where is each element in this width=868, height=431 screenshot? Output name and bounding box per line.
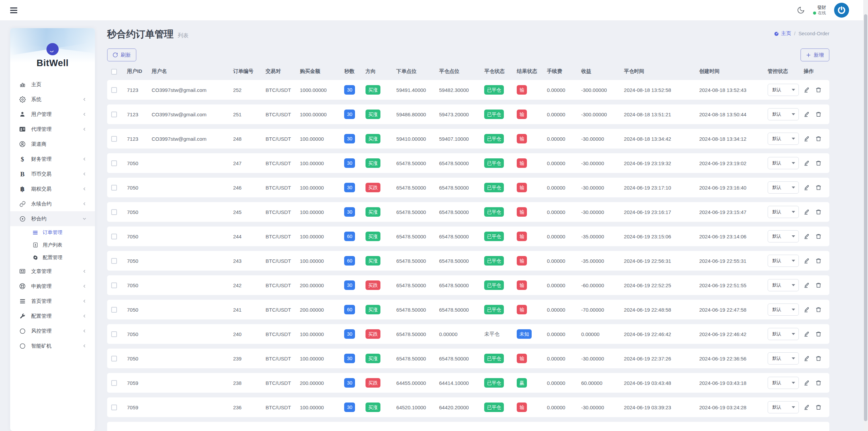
edit-button[interactable]: [804, 307, 810, 313]
menu-toggle-icon[interactable]: [10, 7, 17, 13]
sidebar-item[interactable]: 代理管理: [10, 122, 95, 137]
trash-icon: [815, 233, 822, 239]
sidebar-item[interactable]: 首页管理: [10, 294, 95, 309]
delete-button[interactable]: [815, 404, 822, 410]
delete-button[interactable]: [815, 331, 822, 337]
sidebar-item[interactable]: 风控管理: [10, 324, 95, 338]
username-cell: [148, 275, 230, 295]
sidebar-item[interactable]: 智能矿机: [10, 338, 95, 353]
sidebar-subitem[interactable]: 订单管理: [10, 226, 95, 239]
edit-button[interactable]: [804, 355, 810, 362]
control-status-select[interactable]: 默认: [768, 401, 799, 413]
control-status-select[interactable]: 默认: [768, 108, 799, 120]
row-checkbox[interactable]: [111, 282, 117, 288]
edit-button[interactable]: [804, 258, 810, 264]
row-checkbox[interactable]: [111, 160, 117, 166]
page-title: 秒合约订单管理列表: [107, 28, 189, 42]
dark-mode-toggle[interactable]: [797, 6, 805, 14]
edit-button[interactable]: [804, 87, 810, 93]
close-status-badge: 已平仓: [484, 403, 504, 412]
delete-button[interactable]: [815, 136, 822, 142]
trash-icon: [815, 111, 822, 117]
control-status-select[interactable]: 默认: [768, 133, 799, 145]
edit-button[interactable]: [804, 111, 810, 118]
control-status-value: 默认: [772, 111, 781, 117]
edit-button[interactable]: [804, 136, 810, 142]
control-status-select[interactable]: 默认: [768, 181, 799, 194]
add-button[interactable]: 新增: [801, 48, 829, 61]
sidebar-item[interactable]: 渠道商: [10, 137, 95, 152]
row-checkbox[interactable]: [111, 380, 117, 386]
delete-button[interactable]: [815, 111, 822, 117]
row-checkbox[interactable]: [111, 307, 117, 313]
close-time-cell: 2024-06-19 23:15:06: [620, 227, 696, 246]
scrollbar-thumb[interactable]: [864, 14, 867, 421]
amount-cell: 200.00000: [296, 275, 341, 295]
delete-button[interactable]: [815, 160, 822, 166]
edit-button[interactable]: [804, 184, 810, 191]
delete-button[interactable]: [815, 233, 822, 239]
edit-button[interactable]: [804, 209, 810, 215]
delete-button[interactable]: [815, 87, 822, 93]
edit-button[interactable]: [804, 331, 810, 337]
control-status-value: 默认: [772, 233, 781, 239]
delete-button[interactable]: [815, 307, 822, 313]
refresh-button[interactable]: 刷新: [107, 48, 136, 61]
row-checkbox[interactable]: [111, 331, 117, 337]
close-status-badge: 已平仓: [484, 232, 504, 241]
sidebar-item[interactable]: 配置管理: [10, 309, 95, 324]
open-point-cell: 59486.80000: [393, 104, 436, 124]
control-status-select[interactable]: 默认: [768, 328, 799, 340]
control-status-select[interactable]: 默认: [768, 206, 799, 218]
username-cell: [148, 227, 230, 246]
control-status-select[interactable]: 默认: [768, 303, 799, 316]
sidebar-item[interactable]: 秒合约: [10, 211, 95, 226]
control-status-select[interactable]: 默认: [768, 377, 799, 389]
delete-button[interactable]: [815, 258, 822, 264]
fee-cell: 0.00000: [544, 153, 578, 173]
row-checkbox[interactable]: [111, 209, 117, 215]
delete-button[interactable]: [815, 209, 822, 215]
sidebar-item[interactable]: 永续合约: [10, 196, 95, 211]
sidebar-item[interactable]: 用户管理: [10, 107, 95, 122]
control-status-select[interactable]: 默认: [768, 157, 799, 169]
sidebar-item[interactable]: $财务管理: [10, 152, 95, 166]
row-checkbox[interactable]: [111, 112, 117, 117]
breadcrumb-home-link[interactable]: 主页: [774, 30, 791, 37]
sidebar-item[interactable]: B币币交易: [10, 166, 95, 181]
delete-button[interactable]: [815, 355, 822, 361]
sidebar-item[interactable]: ฿期权交易: [10, 181, 95, 196]
row-checkbox[interactable]: [111, 356, 117, 361]
sidebar-subitem[interactable]: 用户列表: [10, 239, 95, 251]
edit-button[interactable]: [804, 160, 810, 166]
delete-button[interactable]: [815, 282, 822, 288]
control-status-select[interactable]: 默认: [768, 352, 799, 365]
control-status-select[interactable]: 默认: [768, 255, 799, 267]
edit-button[interactable]: [804, 233, 810, 240]
row-checkbox[interactable]: [111, 185, 117, 191]
row-checkbox[interactable]: [111, 234, 117, 239]
user-id-cell: 7123: [123, 104, 148, 124]
sidebar-item[interactable]: 系统: [10, 92, 95, 107]
control-status-select[interactable]: 默认: [768, 84, 799, 96]
control-status-select[interactable]: 默认: [768, 230, 799, 242]
select-all-checkbox[interactable]: [111, 69, 117, 75]
edit-button[interactable]: [804, 282, 810, 289]
delete-button[interactable]: [815, 380, 822, 386]
delete-button[interactable]: [815, 184, 822, 191]
edit-button[interactable]: [804, 380, 810, 386]
control-status-select[interactable]: 默认: [768, 279, 799, 291]
avatar[interactable]: [834, 3, 849, 18]
sidebar-item[interactable]: 主页: [10, 77, 95, 92]
sidebar-item[interactable]: 申购管理: [10, 279, 95, 294]
order-no-cell: 241: [230, 300, 262, 319]
sidebar-item[interactable]: 文章管理: [10, 264, 95, 279]
row-checkbox[interactable]: [111, 87, 117, 93]
edit-button[interactable]: [804, 404, 810, 411]
row-checkbox[interactable]: [111, 136, 117, 142]
seconds-badge: 30: [344, 85, 355, 95]
row-checkbox[interactable]: [111, 405, 117, 410]
scrollbar-track[interactable]: [863, 0, 868, 431]
sidebar-subitem[interactable]: 配置管理: [10, 251, 95, 264]
row-checkbox[interactable]: [111, 258, 117, 264]
